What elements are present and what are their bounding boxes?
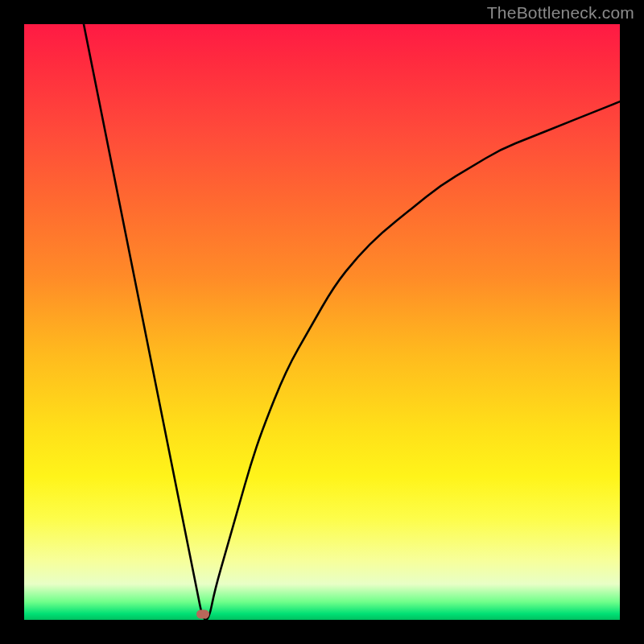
bottleneck-curve: [24, 24, 620, 620]
watermark-text: TheBottleneck.com: [487, 3, 634, 23]
optimal-marker: [196, 609, 209, 618]
plot-area: [24, 24, 620, 620]
chart-frame: TheBottleneck.com: [0, 0, 644, 644]
